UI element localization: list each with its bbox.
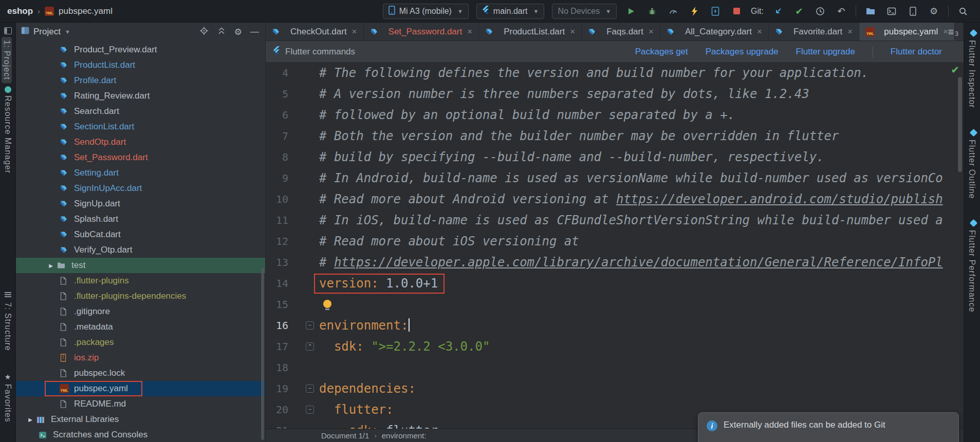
- chevron-right-icon[interactable]: ▶: [24, 417, 36, 422]
- editor-tab[interactable]: Set_Password.dart×: [364, 23, 479, 41]
- device-selector[interactable]: Mi A3 (mobile) ▼: [383, 4, 469, 19]
- editor-line[interactable]: 11# In iOS, build-name is used as CFBund…: [266, 210, 964, 231]
- close-icon[interactable]: ×: [352, 27, 357, 37]
- notification-toast[interactable]: i Externally added files can be added to…: [698, 412, 959, 442]
- chevron-right-icon[interactable]: ▶: [45, 263, 57, 268]
- editor-tab[interactable]: Favorite.dart×: [769, 23, 859, 41]
- editor-line[interactable]: 9# In Android, build-name is used as ver…: [266, 168, 964, 189]
- hide-panel-icon[interactable]: —: [250, 27, 259, 37]
- tree-row[interactable]: pubspec.lock: [16, 366, 265, 381]
- stop-button[interactable]: [730, 5, 743, 18]
- sidebar-item-favorites[interactable]: Favorites: [3, 384, 12, 422]
- editor-line[interactable]: 15: [266, 294, 964, 315]
- commands-link[interactable]: Flutter upgrade: [796, 47, 855, 57]
- debug-button[interactable]: [645, 5, 659, 18]
- devices-dropdown[interactable]: No Devices ▼: [552, 4, 617, 19]
- sidebar-item-resource-manager[interactable]: Resource Manager: [3, 95, 12, 174]
- chevron-down-icon[interactable]: ▼: [65, 29, 70, 35]
- editor-line[interactable]: 16−environment:: [266, 315, 964, 336]
- code-editor[interactable]: 4# The following defines the version and…: [266, 63, 964, 429]
- editor-tab[interactable]: YMLpubspec.yaml×: [859, 23, 955, 41]
- project-scrollbar[interactable]: [261, 268, 264, 440]
- code-text[interactable]: # The following defines the version and …: [319, 63, 964, 84]
- editor-line[interactable]: 13# https://developer.apple.com/library/…: [266, 252, 964, 273]
- git-commit-icon[interactable]: ✔: [792, 5, 806, 18]
- tree-row[interactable]: Splash.dart: [16, 212, 265, 227]
- sidebar-item-structure[interactable]: 7: Structure: [3, 302, 12, 351]
- editor-tab[interactable]: ProductList.dart×: [479, 23, 582, 41]
- editor-line[interactable]: 14version: 1.0.0+1: [266, 273, 964, 294]
- settings-gear-icon[interactable]: ⚙: [234, 27, 242, 37]
- code-text[interactable]: # A version number is three numbers sepa…: [319, 84, 964, 105]
- sidebar-item-project[interactable]: 1: Project: [2, 37, 12, 83]
- code-text[interactable]: # In iOS, build-name is used as CFBundle…: [319, 210, 964, 231]
- code-text[interactable]: # followed by an optional build number s…: [319, 105, 964, 126]
- commands-link[interactable]: Flutter doctor: [891, 47, 942, 57]
- tree-row[interactable]: ios.zip: [16, 350, 265, 366]
- code-text[interactable]: # Both the version and the builder numbe…: [319, 126, 964, 147]
- code-text[interactable]: environment:: [319, 315, 964, 336]
- git-update-icon[interactable]: [771, 5, 785, 18]
- code-text[interactable]: dependencies:: [319, 378, 964, 399]
- editor-line[interactable]: 5# A version number is three numbers sep…: [266, 84, 964, 105]
- code-text[interactable]: sdk: ">=2.2.2 <3.0.0": [319, 336, 964, 357]
- hidden-tabs-button[interactable]: ≡ 3: [948, 23, 958, 41]
- close-icon[interactable]: ×: [943, 27, 948, 37]
- tree-row[interactable]: ▶External Libraries: [16, 412, 265, 427]
- editor-line[interactable]: 17^ sdk: ">=2.2.2 <3.0.0": [266, 336, 964, 357]
- tree-row[interactable]: YMLpubspec.yaml: [16, 381, 265, 396]
- editor-line[interactable]: 19−dependencies:: [266, 378, 964, 399]
- tree-row[interactable]: Setting.dart: [16, 165, 265, 181]
- tree-row[interactable]: SectionList.dart: [16, 119, 265, 134]
- tree-row[interactable]: .flutter-plugins: [16, 273, 265, 289]
- resource-manager-icon[interactable]: [4, 85, 12, 93]
- tree-row[interactable]: Search.dart: [16, 104, 265, 119]
- fold-marker[interactable]: −: [306, 321, 314, 330]
- device-manager-icon[interactable]: [906, 5, 919, 18]
- flutter-performance-icon[interactable]: [969, 219, 977, 227]
- code-text[interactable]: # build by specifying --build-name and -…: [319, 147, 964, 168]
- code-text[interactable]: # Read more about Android versioning at …: [319, 189, 964, 210]
- breadcrumb-file[interactable]: pubspec.yaml: [59, 6, 113, 16]
- profiler-button[interactable]: [667, 5, 680, 18]
- run-config-selector[interactable]: main.dart ▼: [476, 4, 545, 19]
- code-text[interactable]: # Read more about iOS versioning at: [319, 231, 964, 252]
- fold-marker[interactable]: −: [306, 385, 314, 393]
- flutter-inspector-icon[interactable]: [969, 29, 977, 37]
- tree-row[interactable]: Scratches and Consoles: [16, 427, 265, 442]
- tree-row[interactable]: .packages: [16, 335, 265, 350]
- editor-tab[interactable]: All_Category.dart×: [660, 23, 769, 41]
- tree-row[interactable]: Rating_Review.dart: [16, 88, 265, 104]
- editor-line[interactable]: 8# build by specifying --build-name and …: [266, 147, 964, 168]
- close-icon[interactable]: ×: [570, 27, 575, 37]
- sidebar-item-flutter-inspector[interactable]: Flutter Inspector: [967, 40, 976, 108]
- code-text[interactable]: # https://developer.apple.com/library/ar…: [319, 252, 964, 273]
- fold-marker[interactable]: ^: [306, 342, 314, 351]
- code-text[interactable]: # In Android, build-name is used as vers…: [319, 168, 964, 189]
- editor-line[interactable]: 4# The following defines the version and…: [266, 63, 964, 84]
- tree-row[interactable]: ▶test: [16, 258, 265, 273]
- tree-row[interactable]: .metadata: [16, 319, 265, 335]
- breadcrumb-project[interactable]: eshop: [7, 6, 33, 16]
- tree-row[interactable]: README.md: [16, 396, 265, 412]
- editor-line[interactable]: 7# Both the version and the builder numb…: [266, 126, 964, 147]
- editor-tab[interactable]: CheckOut.dart×: [266, 23, 364, 41]
- flutter-outline-icon[interactable]: [969, 128, 977, 137]
- editor-line[interactable]: 18: [266, 357, 964, 378]
- collapse-all-icon[interactable]: [217, 26, 226, 38]
- rollback-icon[interactable]: ↶: [835, 5, 848, 18]
- editor-line[interactable]: 6# followed by an optional build number …: [266, 105, 964, 126]
- commands-link[interactable]: Packages get: [635, 47, 688, 57]
- tree-row[interactable]: SendOtp.dart: [16, 134, 265, 150]
- fold-marker[interactable]: −: [306, 406, 314, 414]
- intention-bulb-icon[interactable]: [323, 300, 331, 308]
- terminal-icon[interactable]: [885, 5, 898, 18]
- tree-row[interactable]: SubCat.dart: [16, 227, 265, 242]
- tree-row[interactable]: Profile.dart: [16, 73, 265, 88]
- commands-link[interactable]: Packages upgrade: [706, 47, 779, 57]
- hot-restart-icon[interactable]: [709, 5, 722, 18]
- close-icon[interactable]: ×: [649, 27, 654, 37]
- history-icon[interactable]: [813, 5, 827, 18]
- close-icon[interactable]: ×: [467, 27, 472, 37]
- structure-tool-icon[interactable]: [4, 291, 12, 299]
